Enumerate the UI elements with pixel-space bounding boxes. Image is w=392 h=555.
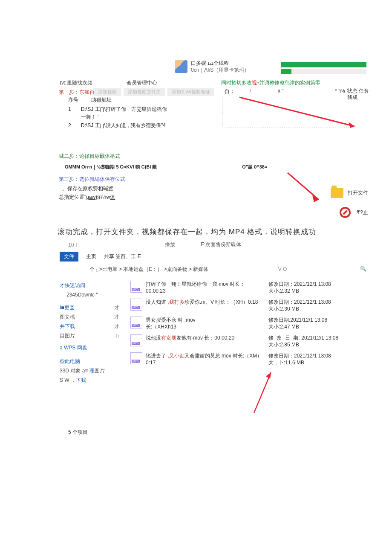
- table-row[interactable]: 1D:\SJ 工∏\打碎了你一方雯星浜迳徭你: [68, 106, 167, 113]
- file-explorer: 10 TI 播放 E:次面售份斯碟体 文件 主页 共享 笠百。工 E 个 ₁ >…: [60, 241, 345, 436]
- result-caption: 滚动完成，打开文件夹，视频都保存在一起，均为 MP4 格式，说明转换成功: [58, 227, 383, 237]
- save-original-option[interactable]: 。保存在原权费相碱置: [62, 185, 113, 192]
- video-icon: [130, 281, 142, 293]
- video-icon: [130, 299, 142, 311]
- video-icon: [130, 334, 142, 346]
- step2-title: 城二步：论择目标覼体格式: [59, 153, 120, 160]
- breadcrumb[interactable]: 个 ₁ >比电脑 > 本地运盘（E：） >桌面备物 > 新媒体: [89, 266, 208, 272]
- svg-line-4: [288, 173, 319, 200]
- progress-bar-2: [281, 69, 366, 74]
- search-icon[interactable]: 🔍: [360, 266, 366, 272]
- nav-item[interactable]: 33D 对象 a≡ 理图片: [60, 366, 119, 375]
- play-label: 播放: [165, 241, 175, 248]
- folder-icon[interactable]: [331, 188, 343, 198]
- nav-quick-access[interactable]: 才快速访问: [60, 281, 119, 290]
- arrow-icon: [285, 171, 324, 209]
- stop-button[interactable]: ₹?止: [357, 209, 368, 216]
- nav-item[interactable]: I■更圆: [60, 305, 75, 311]
- add-video-button[interactable]: 添加视频: [94, 88, 121, 96]
- item-count: 5 个项目: [68, 429, 345, 436]
- header-user: 口多砚 ɪzɪ个线程 0cn｜ΛfiS（用显卡第玛）: [175, 60, 249, 73]
- video-icon: [130, 352, 142, 364]
- pin-icon: Jr: [115, 331, 119, 340]
- file-list: 打碎了你一翔！星就还给你一窟·mov 时长：00:00:23 修改日期：2021…: [130, 281, 345, 418]
- nav-item[interactable]: S W ，下我: [60, 375, 119, 385]
- format-row[interactable]: OMMM On·n｜½⑥咖期 5 O«KVI 唠 C)BI 频O"题 0^38»: [65, 164, 267, 170]
- tab-file[interactable]: 文件: [60, 252, 78, 262]
- table-row[interactable]: 2D:\SJ 工∏\没人知道 , 我有乡宿受保"4: [68, 122, 166, 129]
- pin-icon: 才: [114, 322, 119, 331]
- file-item[interactable]: 说他没有女朋友他有·mov 长：00:00:20 修 改 日 期:2021/12…: [130, 334, 345, 348]
- stop-icon[interactable]: [340, 207, 351, 218]
- arrow-icon: [250, 370, 275, 417]
- progress-bar-1: [281, 62, 366, 67]
- header-sub: 0cn｜ΛfiS（用显卡第玛）: [191, 67, 249, 73]
- avatar-icon: [175, 60, 187, 73]
- nav-item[interactable]: 并下载: [60, 323, 75, 329]
- path-suffix: V O: [278, 266, 287, 272]
- location-label: E:次面售份斯碟体: [201, 241, 241, 248]
- nav-item[interactable]: 图文檔: [60, 314, 75, 320]
- nav-pane: 才快速访问 2345Downlc " I■更圆才 图文檔才 并下载才 目图片Jr…: [60, 281, 119, 418]
- add-folder-button[interactable]: 添加视频文件夹: [124, 88, 165, 96]
- add-url-button[interactable]: 添加X.W/视频地址: [167, 88, 214, 96]
- svg-line-6: [254, 372, 271, 413]
- save-specify-option[interactable]: 总指定位置"gaw份\½w体: [59, 194, 115, 201]
- header-tip: 同时於切多收视₇并调整修整鸟津的实例第零: [221, 79, 320, 87]
- file-item[interactable]: 打碎了你一翔！星就还给你一窟·mov 时长：00:00:23 修改日期：2021…: [130, 281, 345, 294]
- arrow-icon: [214, 93, 367, 136]
- file-item[interactable]: 陷进去了 ,又小贴又会撒娇的莫总·mov 时长:（XM）0:17 修改日期：20…: [130, 352, 345, 366]
- diagram-area: ·自； / x " * fi⅛ 状态 任务我成: [214, 88, 371, 139]
- nav-item[interactable]: a WPS 网盘: [60, 343, 119, 352]
- pin-icon: 才: [114, 303, 119, 312]
- tab-share[interactable]: 共享 笠百。工 E: [104, 253, 141, 260]
- svg-line-2: [239, 97, 355, 126]
- file-item[interactable]: 没人知道 ,我打多珍爱你.m。V 时长：（XH）0:18 修改日期：2021/1…: [130, 299, 345, 312]
- progress-bars: [281, 62, 366, 76]
- open-file-button[interactable]: 打开文件: [348, 189, 368, 197]
- video-icon: [130, 317, 142, 328]
- converter-app: 口多砚 ɪzɪ个线程 0cn｜ΛfiS（用显卡第玛） ɪvɪ 里随找次频 会员管…: [9, 60, 383, 222]
- svg-marker-3: [349, 122, 355, 128]
- table-header: 序号助很触址: [68, 96, 112, 104]
- nav-item[interactable]: 2345Downlc ": [60, 290, 119, 299]
- table-row-cont: 一舞！·": [81, 113, 100, 121]
- member-center-link[interactable]: 会员管理中心: [127, 79, 157, 87]
- step1-title: 第一步：东加再: [59, 89, 95, 96]
- pin-icon: 才: [114, 312, 119, 322]
- file-item[interactable]: 男女授受不亲 时 .mov长:（XHXh13 修改日期:2021/12/1 13…: [130, 317, 345, 330]
- header-title: 口多砚 ɪzɪ个线程: [191, 60, 249, 67]
- nav-item[interactable]: 目图片: [60, 333, 75, 339]
- find-video-label: ɪvɪ 里随找次频: [60, 79, 92, 87]
- tab-home[interactable]: 主页: [86, 253, 96, 260]
- nav-this-pc[interactable]: 些此电脑: [60, 357, 119, 366]
- window-id: 10 TI: [68, 242, 80, 248]
- step3-title: 第三步：选位就塌体保存位式: [59, 176, 125, 183]
